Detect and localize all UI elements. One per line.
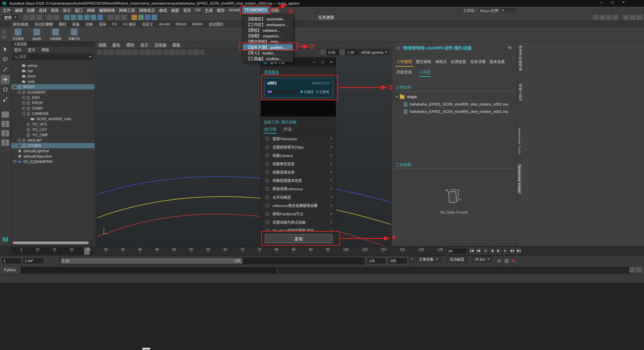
outliner-row[interactable]: top	[11, 68, 95, 73]
channelbox-toggle-icon[interactable]	[630, 15, 635, 20]
task-subtab[interactable]: 工作区	[419, 69, 431, 77]
outliner-row[interactable]: + MOCAP	[11, 138, 95, 143]
menu-item[interactable]: 选择	[37, 7, 49, 13]
outliner-row[interactable]: + DJ_EQANMPRN	[11, 159, 95, 164]
search-input[interactable]	[19, 55, 89, 59]
checkbox[interactable]	[266, 212, 269, 216]
menu-set-dropdown[interactable]: 建模	[1, 14, 19, 20]
snap-together-icon[interactable]	[606, 15, 612, 20]
menu-item[interactable]: 变形	[181, 7, 193, 13]
teamones-menu-item[interactable]: 【质检】 validator...	[243, 27, 293, 33]
layout-two-pane-button[interactable]	[2, 121, 9, 127]
expander-icon[interactable]	[22, 123, 25, 126]
menu-item[interactable]: 网格	[85, 7, 97, 13]
checkbox[interactable]	[266, 154, 269, 157]
construction-history-icon[interactable]	[121, 15, 127, 20]
task-update-button[interactable]: 任务更新	[318, 14, 334, 20]
file-row[interactable]: hahahaha_EP001_SC09_shot999_shot_motion_…	[392, 108, 517, 115]
viewport-toolbar-icon[interactable]	[109, 50, 114, 55]
outliner-row[interactable]: + PROP	[11, 100, 95, 106]
chevron-right-icon[interactable]	[329, 171, 332, 173]
outliner-row[interactable]: side	[11, 79, 95, 84]
viewport-toolbar-icon[interactable]	[121, 50, 126, 55]
animation-end-field[interactable]	[388, 257, 408, 264]
checkbox[interactable]	[266, 162, 269, 166]
outliner-row[interactable]: - CAMERA	[11, 111, 95, 116]
expander-icon[interactable]	[22, 128, 25, 131]
snap-grid-icon[interactable]	[64, 15, 69, 20]
task-tab[interactable]: 工作管理	[395, 58, 413, 67]
checklist-item[interactable]: 合并动画层	[261, 193, 336, 201]
outliner-row[interactable]: persp	[11, 63, 95, 68]
chevron-right-icon[interactable]	[329, 146, 332, 148]
menu-item[interactable]: 网格显示	[137, 7, 157, 13]
viewport-toolbar-icon[interactable]	[157, 50, 162, 55]
outliner-menu-item[interactable]: 显示	[11, 47, 24, 52]
playback-end-field[interactable]	[367, 257, 386, 264]
chevron-down-icon[interactable]	[89, 56, 91, 57]
viewport-toolbar-icon[interactable]	[133, 50, 138, 55]
sidebar-tab-teamones-panel[interactable]: Teamones Panel	[517, 163, 522, 194]
task-tab[interactable]: 提交审核	[415, 58, 433, 67]
auto-keyframe-icon[interactable]	[511, 257, 517, 264]
dialog-tab[interactable]: 执行项	[264, 125, 277, 134]
viewport-toolbar-icon[interactable]	[139, 50, 144, 55]
menu-item[interactable]: 修改	[49, 7, 61, 13]
expander-icon[interactable]	[13, 150, 16, 153]
scale-tool-icon[interactable]	[1, 95, 10, 104]
viewport-toolbar-icon[interactable]	[169, 50, 174, 55]
checklist-item[interactable]: Playblast视频到剧集/镜头	[261, 226, 336, 231]
viewport-toolbar-icon[interactable]	[127, 50, 132, 55]
viewport-toolbar-icon[interactable]	[193, 50, 198, 55]
current-frame-field[interactable]	[446, 248, 467, 254]
shelf-tab[interactable]: 渲染	[96, 21, 109, 27]
expander-icon[interactable]: +	[13, 160, 16, 163]
expander-icon[interactable]	[18, 75, 21, 78]
workspace-dropdown[interactable]: Maya 经典*	[478, 7, 517, 13]
outliner-row[interactable]: - ROOT	[11, 84, 95, 90]
outliner-row[interactable]: - OTHER	[11, 143, 95, 148]
menu-item[interactable]: 文件	[1, 7, 13, 13]
output-connections-icon[interactable]	[115, 15, 120, 20]
snap-point-icon[interactable]	[77, 15, 83, 20]
shelf-gear-icon[interactable]	[2, 35, 6, 39]
shelf-menu-icon[interactable]	[2, 30, 6, 34]
move-tool-icon[interactable]	[1, 75, 10, 84]
ipr-render-icon[interactable]	[138, 15, 144, 20]
task-tab[interactable]: 任务详情	[469, 58, 487, 67]
checkbox[interactable]	[266, 137, 269, 141]
exposure-field[interactable]	[327, 49, 339, 55]
teamones-menu-item[interactable]: 【工作区】 workspace...	[243, 21, 293, 27]
chevron-right-icon[interactable]	[329, 196, 332, 198]
counter-icon[interactable]	[613, 15, 618, 20]
chevron-right-icon[interactable]	[329, 179, 332, 182]
shelf-tool[interactable]: 曲线图	[27, 28, 46, 40]
chevron-right-icon[interactable]	[329, 187, 332, 190]
grid-layout-icon[interactable]	[600, 15, 605, 20]
expander-icon[interactable]: -	[18, 144, 21, 147]
timeline-ticks[interactable]: 5 10 15 20 25 30 35 40 45 50 55 60	[12, 247, 444, 255]
layout-three-pane-button[interactable]	[2, 130, 9, 136]
chevron-right-icon[interactable]	[329, 154, 332, 157]
outliner-menu-item[interactable]: 显示	[25, 47, 38, 52]
checklist-item[interactable]: reference角色低模替换高模	[261, 201, 336, 210]
play-backwards-button[interactable]	[489, 247, 495, 254]
viewport-toolbar-icon[interactable]	[187, 50, 192, 55]
checkbox[interactable]	[266, 170, 269, 174]
command-input[interactable]	[21, 267, 277, 274]
lasso-tool-icon[interactable]	[1, 55, 10, 64]
outliner-row[interactable]: front	[11, 73, 95, 79]
outliner-row[interactable]: + CHAR	[11, 106, 95, 111]
menu-item[interactable]: 缓存	[215, 7, 227, 13]
expander-icon[interactable]: -	[22, 112, 25, 115]
expander-icon[interactable]	[22, 134, 25, 137]
shelf-tab[interactable]: 多边形建模	[32, 21, 55, 27]
shelf-tab[interactable]: 自定义	[139, 21, 156, 27]
timeline[interactable]: 5 10 15 20 25 30 35 40 45 50 55 60	[0, 246, 644, 255]
outliner-row[interactable]: SC09_shot999_cam	[11, 116, 95, 122]
play-forwards-button[interactable]	[496, 247, 501, 254]
render-settings-icon[interactable]	[145, 15, 150, 20]
menu-item[interactable]: 编辑网格	[97, 7, 117, 13]
previous-frame-button[interactable]	[482, 247, 488, 254]
all-versions-link[interactable]: 所有版本	[264, 69, 279, 74]
